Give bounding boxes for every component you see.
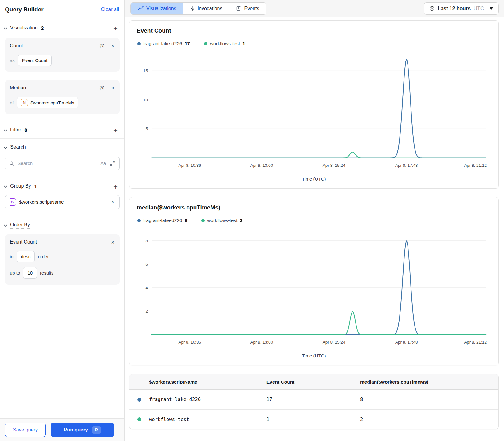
page-title: Query Builder xyxy=(5,6,44,13)
legend-item[interactable]: fragrant-lake-d2268 xyxy=(137,218,187,223)
visualization-section-header[interactable]: Visualization 2 + xyxy=(0,19,124,36)
save-query-button[interactable]: Save query xyxy=(5,423,46,437)
tab-label: Events xyxy=(244,6,259,11)
filter-section-header[interactable]: Filter 0 + xyxy=(0,121,124,138)
table-header-row: $workers.scriptName Event Count median($… xyxy=(129,374,498,390)
svg-text:10: 10 xyxy=(143,98,148,102)
event-count-chart[interactable]: 51015Apr 8, 10:36Apr 8, 13:00Apr 8, 15:2… xyxy=(137,49,491,173)
column-header: median($workers.cpuTimeMs) xyxy=(360,379,498,385)
script-name-cell: workflows-test xyxy=(149,417,266,422)
median-cpu-chart[interactable]: 2468Apr 8, 10:36Apr 8, 13:00Apr 8, 15:24… xyxy=(137,226,491,350)
chevron-down-icon xyxy=(4,147,7,149)
regex-icon[interactable]: * xyxy=(109,160,115,166)
order-by-card: Event Count ✕ in desc order up to 10 res… xyxy=(5,234,120,285)
chart-title: Event Count xyxy=(137,27,491,34)
script-name-cell: fragrant-lake-d226 xyxy=(149,397,266,402)
order-by-section-label: Order By xyxy=(10,222,30,229)
visualization-section-label: Visualization xyxy=(10,25,38,32)
group-by-field-chip[interactable]: S $workers.scriptName ✕ xyxy=(5,195,120,209)
tab-label: Visualizations xyxy=(146,6,176,11)
main-header: Visualizations Invocations Events Last 1… xyxy=(125,0,504,17)
clear-all-button[interactable]: Clear all xyxy=(101,7,119,12)
visualization-card-title: Count xyxy=(10,43,93,49)
search-icon xyxy=(9,161,14,166)
legend-series-name: workflows-test xyxy=(207,218,237,223)
svg-text:15: 15 xyxy=(143,68,148,73)
remove-visualization-icon[interactable]: ✕ xyxy=(111,86,115,90)
legend-series-value: 17 xyxy=(185,41,190,46)
remove-group-by-button[interactable]: ✕ xyxy=(106,195,119,209)
legend-series-value: 2 xyxy=(240,218,242,223)
chart-title: median($workers.cpuTimeMs) xyxy=(137,204,491,211)
of-label: of xyxy=(10,100,14,105)
legend-item[interactable]: fragrant-lake-d22617 xyxy=(137,41,190,46)
svg-text:Apr 8, 13:00: Apr 8, 13:00 xyxy=(250,163,273,168)
alias-field[interactable]: Event Count xyxy=(18,55,52,66)
svg-text:Apr 8, 10:36: Apr 8, 10:36 xyxy=(178,163,201,168)
sidebar-header: Query Builder Clear all xyxy=(0,0,124,19)
visualizations-panel: Event Count fragrant-lake-d22617workflow… xyxy=(125,17,504,441)
remove-order-by-icon[interactable]: ✕ xyxy=(111,240,115,244)
at-mention-icon[interactable]: @ xyxy=(99,43,104,49)
chart-legend: fragrant-lake-d22617workflows-test1 xyxy=(137,41,491,46)
timezone-label: UTC xyxy=(474,6,484,11)
up-to-label: up to xyxy=(10,270,20,275)
sidebar-footer: Save query Run query R xyxy=(0,418,124,441)
in-label: in xyxy=(10,254,14,259)
chevron-down-icon xyxy=(4,224,7,227)
as-label: as xyxy=(10,58,15,63)
tab-visualizations[interactable]: Visualizations xyxy=(131,3,183,14)
legend-dot xyxy=(137,219,141,222)
column-header: Event Count xyxy=(266,379,360,385)
field-selector[interactable]: N $workers.cpuTimeMs xyxy=(17,97,78,108)
events-icon xyxy=(236,6,241,11)
median-cpu-chart-card: median($workers.cpuTimeMs) fragrant-lake… xyxy=(129,197,499,365)
event-count-chart-card: Event Count fragrant-lake-d22617workflow… xyxy=(129,20,499,189)
order-label: order xyxy=(38,254,49,259)
svg-text:Apr 8, 17:48: Apr 8, 17:48 xyxy=(395,163,418,168)
search-input[interactable] xyxy=(18,161,97,166)
results-label: results xyxy=(40,270,53,275)
tab-invocations[interactable]: Invocations xyxy=(183,3,230,14)
group-by-section-label: Group By xyxy=(10,183,31,190)
svg-text:8: 8 xyxy=(146,239,148,243)
chart-legend: fragrant-lake-d2268workflows-test2 xyxy=(137,218,491,223)
search-box: Aa * xyxy=(5,157,120,170)
svg-text:2: 2 xyxy=(146,309,148,314)
group-by-field-name: $workers.scriptName xyxy=(19,199,103,205)
run-query-button[interactable]: Run query R xyxy=(51,423,114,437)
sort-direction-select[interactable]: desc xyxy=(17,251,35,262)
series-color-dot xyxy=(137,398,141,402)
filter-section-label: Filter xyxy=(10,127,21,134)
search-section-header[interactable]: Search xyxy=(0,139,124,154)
result-limit-input[interactable]: 10 xyxy=(23,267,37,279)
time-range-selector[interactable]: Last 12 hours UTC xyxy=(424,2,499,15)
clock-icon xyxy=(429,6,435,11)
order-by-section-header[interactable]: Order By xyxy=(0,216,124,232)
group-by-section-header[interactable]: Group By 1 + xyxy=(0,177,124,193)
run-shortcut-badge: R xyxy=(92,426,101,434)
x-axis-caption: Time (UTC) xyxy=(137,173,491,185)
legend-dot xyxy=(137,42,141,45)
svg-text:Apr 8, 17:48: Apr 8, 17:48 xyxy=(395,340,418,345)
svg-text:Apr 8, 15:24: Apr 8, 15:24 xyxy=(323,163,345,168)
tab-events[interactable]: Events xyxy=(229,3,266,14)
filter-count: 0 xyxy=(25,128,27,133)
view-tab-group: Visualizations Invocations Events xyxy=(130,2,266,15)
legend-dot xyxy=(201,219,205,222)
match-case-icon[interactable]: Aa xyxy=(100,161,106,166)
number-type-icon: N xyxy=(21,99,28,106)
legend-item[interactable]: workflows-test2 xyxy=(201,218,242,223)
svg-text:Apr 8, 10:36: Apr 8, 10:36 xyxy=(178,340,201,345)
add-visualization-button[interactable]: + xyxy=(113,25,118,32)
legend-series-name: fragrant-lake-d226 xyxy=(143,41,182,46)
add-filter-button[interactable]: + xyxy=(113,127,118,134)
legend-series-name: workflows-test xyxy=(210,41,240,46)
order-by-field: Event Count xyxy=(10,239,104,245)
remove-visualization-icon[interactable]: ✕ xyxy=(111,44,115,48)
add-group-by-button[interactable]: + xyxy=(113,183,118,190)
legend-item[interactable]: workflows-test1 xyxy=(204,41,245,46)
legend-series-value: 1 xyxy=(242,41,245,46)
svg-text:Apr 8, 21:12: Apr 8, 21:12 xyxy=(464,163,487,168)
at-mention-icon[interactable]: @ xyxy=(99,85,104,91)
